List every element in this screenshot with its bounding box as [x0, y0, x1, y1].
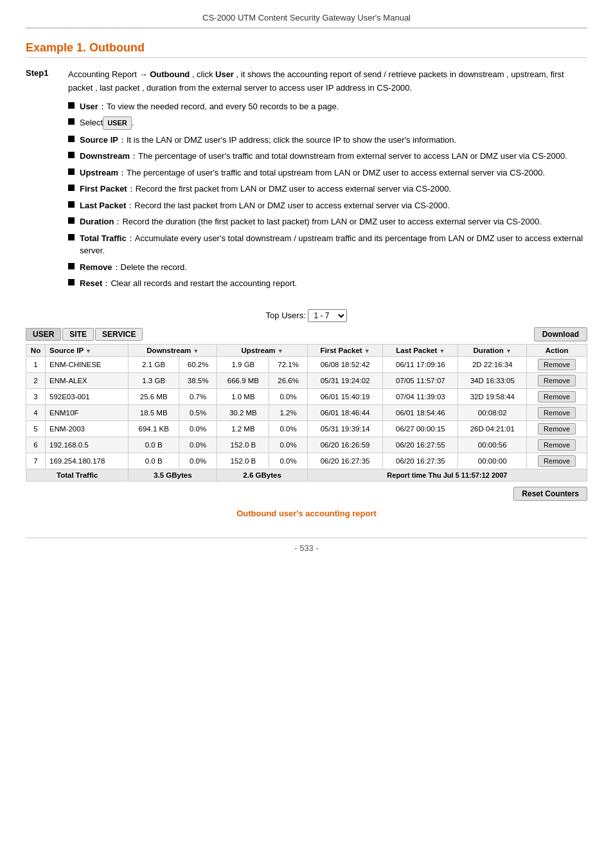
list-item: Source IP：It is the LAN or DMZ user's IP… — [68, 134, 587, 147]
table-row: 7 169.254.180.178 0.0 B 0.0% 152.0 B 0.0… — [26, 453, 587, 469]
bullet-icon — [68, 263, 75, 269]
cell-down-pct: 0.0% — [179, 437, 217, 453]
step1-intro: Accounting Report → Outbound , click Use… — [68, 68, 587, 95]
cell-down-pct: 60.2% — [179, 356, 217, 372]
report-time: Report time Thu Jul 5 11:57:12 2007 — [307, 469, 587, 481]
cell-source: ENM10F — [46, 404, 129, 420]
cell-up-pct: 0.0% — [269, 388, 307, 404]
col-header-source: Source IP ▼ — [46, 344, 129, 356]
remove-button[interactable]: Remove — [538, 439, 576, 451]
cell-action: Remove — [527, 356, 587, 372]
cell-duration: 00:08:02 — [458, 404, 527, 420]
cell-source: ENM-2003 — [46, 420, 129, 437]
tab-user[interactable]: USER — [26, 328, 61, 341]
cell-first-packet: 06/01 15:40:19 — [307, 388, 383, 404]
figure-caption: Outbound user's accounting report — [26, 509, 587, 518]
top-users-select[interactable]: 1 - 7 1 - 10 1 - 20 — [308, 309, 347, 322]
cell-down-pct: 38.5% — [179, 372, 217, 388]
col-header-action: Action — [527, 344, 587, 356]
cell-duration: 2D 22:16:34 — [458, 356, 527, 372]
cell-down-pct: 0.0% — [179, 453, 217, 469]
page-header-title: CS-2000 UTM Content Security Gateway Use… — [26, 13, 587, 28]
cell-upstream: 1.9 GB — [217, 356, 269, 372]
cell-last-packet: 06/27 00:00:15 — [383, 420, 458, 437]
cell-action: Remove — [527, 420, 587, 437]
reset-counters-button[interactable]: Reset Counters — [513, 487, 587, 501]
col-header-last-packet: Last Packet ▼ — [383, 344, 458, 356]
remove-button[interactable]: Remove — [538, 391, 576, 402]
sort-icon[interactable]: ▼ — [85, 348, 91, 354]
page-footer: - 533 - — [26, 538, 587, 553]
sort-icon[interactable]: ▼ — [193, 348, 199, 354]
step1-container: Step1 Accounting Report → Outbound , cli… — [26, 68, 587, 294]
cell-downstream: 694.1 KB — [129, 420, 179, 437]
list-item: Last Packet：Record the last packet from … — [68, 199, 587, 212]
toolbar: USER SITE SERVICE Download — [26, 327, 587, 341]
cell-source: 192.168.0.5 — [46, 437, 129, 453]
user-button[interactable]: USER — [103, 116, 132, 130]
list-item: Total Traffic：Accumulate every user's to… — [68, 232, 587, 257]
bullet-icon — [68, 201, 75, 208]
col-header-downstream: Downstream ▼ — [129, 344, 217, 356]
cell-down-pct: 0.5% — [179, 404, 217, 420]
download-button[interactable]: Download — [534, 327, 587, 341]
remove-button[interactable]: Remove — [538, 423, 576, 435]
cell-no: 2 — [26, 372, 46, 388]
step1-bullet-list: User：To view the needed record, and ever… — [68, 100, 587, 290]
bullet-icon — [68, 185, 75, 191]
cell-downstream: 0.0 B — [129, 453, 179, 469]
bullet-icon — [68, 118, 75, 125]
cell-source: ENM-ALEX — [46, 372, 129, 388]
bullet-icon — [68, 234, 75, 240]
sort-icon[interactable]: ▼ — [506, 348, 511, 354]
sort-icon[interactable]: ▼ — [439, 348, 445, 354]
cell-upstream: 1.0 MB — [217, 388, 269, 404]
total-upstream: 2.6 GBytes — [217, 469, 307, 481]
tab-service[interactable]: SERVICE — [95, 328, 143, 341]
sort-icon[interactable]: ▼ — [364, 348, 370, 354]
cell-no: 3 — [26, 388, 46, 404]
list-item: User：To view the needed record, and ever… — [68, 100, 587, 113]
cell-duration: 26D 04:21:01 — [458, 420, 527, 437]
cell-down-pct: 0.7% — [179, 388, 217, 404]
cell-downstream: 1.3 GB — [129, 372, 179, 388]
cell-first-packet: 05/31 19:24:02 — [307, 372, 383, 388]
bullet-icon — [68, 217, 75, 224]
list-item: SelectUSER. — [68, 116, 587, 130]
cell-duration: 32D 19:58:44 — [458, 388, 527, 404]
reset-btn-container: Reset Counters — [26, 487, 587, 501]
cell-no: 7 — [26, 453, 46, 469]
cell-downstream: 25.6 MB — [129, 388, 179, 404]
section-title: Example 1. Outbound — [26, 41, 587, 58]
cell-duration: 00:00:00 — [458, 453, 527, 469]
cell-first-packet: 06/20 16:26:59 — [307, 437, 383, 453]
total-row: Total Traffic 3.5 GBytes 2.6 GBytes Repo… — [26, 469, 587, 481]
list-item: Upstream：The percentage of user's traffi… — [68, 167, 587, 179]
remove-button[interactable]: Remove — [538, 407, 576, 419]
col-header-first-packet: First Packet ▼ — [307, 344, 383, 356]
tab-site[interactable]: SITE — [62, 328, 94, 341]
cell-last-packet: 06/01 18:54:46 — [383, 404, 458, 420]
sort-icon[interactable]: ▼ — [278, 348, 283, 354]
cell-no: 6 — [26, 437, 46, 453]
cell-upstream: 152.0 B — [217, 453, 269, 469]
bullet-icon — [68, 168, 75, 175]
cell-up-pct: 0.0% — [269, 453, 307, 469]
cell-action: Remove — [527, 372, 587, 388]
list-item: Downstream：The percentage of user's traf… — [68, 150, 587, 163]
col-header-duration: Duration ▼ — [458, 344, 527, 356]
total-downstream: 3.5 GBytes — [129, 469, 217, 481]
list-item: First Packet：Record the first packet fro… — [68, 183, 587, 195]
remove-button[interactable]: Remove — [538, 455, 576, 467]
bullet-icon — [68, 102, 75, 109]
remove-button[interactable]: Remove — [538, 375, 576, 386]
cell-first-packet: 05/31 19:39:14 — [307, 420, 383, 437]
cell-duration: 00:00:56 — [458, 437, 527, 453]
cell-up-pct: 72.1% — [269, 356, 307, 372]
remove-button[interactable]: Remove — [538, 359, 576, 370]
cell-duration: 34D 16:33:05 — [458, 372, 527, 388]
cell-no: 5 — [26, 420, 46, 437]
table-row: 6 192.168.0.5 0.0 B 0.0% 152.0 B 0.0% 06… — [26, 437, 587, 453]
cell-up-pct: 0.0% — [269, 437, 307, 453]
cell-no: 1 — [26, 356, 46, 372]
